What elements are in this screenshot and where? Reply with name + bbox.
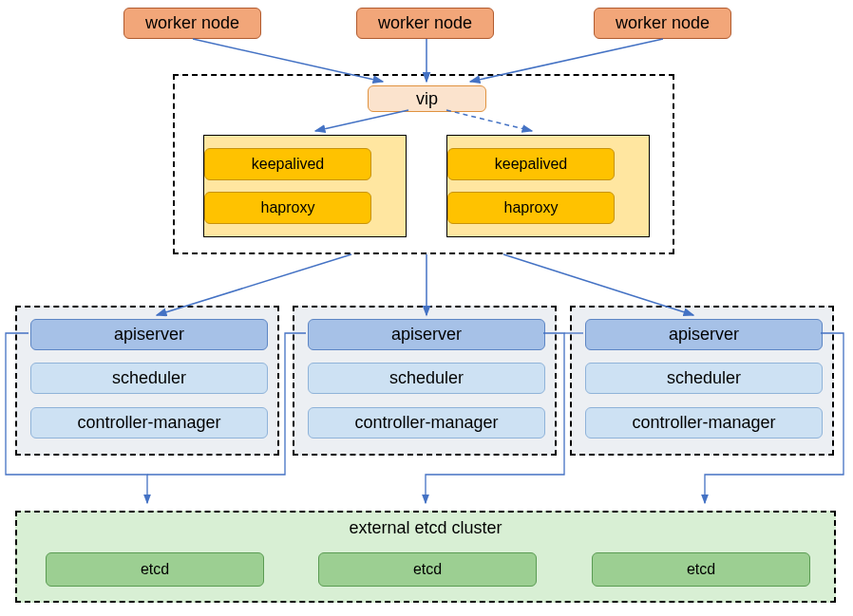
apiserver-2: apiserver bbox=[308, 319, 545, 350]
keepalived-1: keepalived bbox=[204, 148, 371, 180]
controller-manager-3: controller-manager bbox=[585, 407, 823, 439]
etcd-cluster-title: external etcd cluster bbox=[17, 518, 834, 538]
vip-box: vip bbox=[368, 85, 486, 112]
haproxy-2: haproxy bbox=[447, 192, 615, 224]
scheduler-1: scheduler bbox=[30, 363, 268, 394]
controller-manager-1: controller-manager bbox=[30, 407, 268, 439]
etcd-1: etcd bbox=[46, 552, 264, 587]
scheduler-2: scheduler bbox=[308, 363, 545, 394]
control-plane-3: apiserver scheduler controller-manager bbox=[570, 306, 834, 456]
loadbalancer-group: vip keepalived haproxy keepalived haprox… bbox=[173, 74, 674, 254]
worker-node-3: worker node bbox=[594, 8, 731, 39]
etcd-cluster: external etcd cluster etcd etcd etcd bbox=[15, 511, 836, 603]
scheduler-3: scheduler bbox=[585, 363, 823, 394]
apiserver-1: apiserver bbox=[30, 319, 268, 350]
etcd-2: etcd bbox=[318, 552, 537, 587]
control-plane-1: apiserver scheduler controller-manager bbox=[15, 306, 279, 456]
worker-node-2: worker node bbox=[356, 8, 494, 39]
worker-node-1: worker node bbox=[123, 8, 261, 39]
lb-node-2: keepalived haproxy bbox=[446, 135, 650, 237]
control-plane-2: apiserver scheduler controller-manager bbox=[293, 306, 557, 456]
etcd-3: etcd bbox=[592, 552, 810, 587]
controller-manager-2: controller-manager bbox=[308, 407, 545, 439]
apiserver-3: apiserver bbox=[585, 319, 823, 350]
haproxy-1: haproxy bbox=[204, 192, 371, 224]
keepalived-2: keepalived bbox=[447, 148, 615, 180]
lb-node-1: keepalived haproxy bbox=[203, 135, 407, 237]
